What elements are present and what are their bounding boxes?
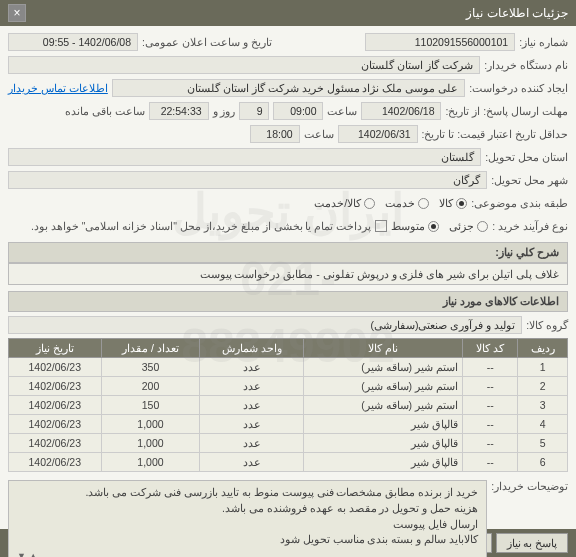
province-label: استان محل تحویل:	[485, 151, 568, 163]
radio-mid[interactable]: متوسط	[391, 220, 439, 233]
validity-label: حداقل تاریخ اعتبار قیمت: تا تاریخ:	[422, 128, 568, 140]
table-row[interactable]: 1--استم شیر (ساقه شیر)عدد3501402/06/23	[9, 358, 568, 377]
requester-field: علی موسی ملک نژاد مسئول خرید شرکت گاز اس…	[112, 79, 465, 97]
group-label: گروه کالا:	[526, 319, 568, 331]
table-row[interactable]: 2--استم شیر (ساقه شیر)عدد2001402/06/23	[9, 377, 568, 396]
goods-table: ردیف کد کالا نام کالا واحد شمارش تعداد /…	[8, 338, 568, 472]
window-header: جزئیات اطلاعات نیاز ×	[0, 0, 576, 26]
radio-both[interactable]: کالا/خدمت	[314, 197, 375, 210]
radio-low[interactable]: جزئی	[449, 220, 488, 233]
radio-service[interactable]: خدمت	[385, 197, 429, 210]
province-field: گلستان	[8, 148, 481, 166]
deadline-time: 09:00	[273, 102, 323, 120]
notes-label: توضیحات خریدار:	[491, 476, 568, 492]
validity-time: 18:00	[250, 125, 300, 143]
validity-date: 1402/06/31	[338, 125, 418, 143]
th-date: تاریخ نیاز	[9, 339, 102, 358]
th-code: کد کالا	[462, 339, 517, 358]
radio-goods[interactable]: کالا	[439, 197, 467, 210]
buyer-label: نام دستگاه خریدار:	[484, 59, 568, 71]
th-unit: واحد شمارش	[200, 339, 304, 358]
chevron-down-icon[interactable]: ▼	[17, 551, 26, 557]
deadline-date: 1402/06/18	[361, 102, 441, 120]
main-content: شماره نیاز: 1102091556000101 تاریخ و ساع…	[0, 26, 576, 557]
th-name: نام کالا	[303, 339, 462, 358]
buyer-field: شرکت گاز استان گلستان	[8, 56, 480, 74]
summary-text: غلاف پلی اتیلن برای شیر های فلزی و درپوش…	[8, 263, 568, 285]
note-line: ارسال فایل پیوست	[17, 517, 478, 533]
need-no-label: شماره نیاز:	[519, 36, 568, 48]
pay-checkbox[interactable]	[375, 220, 387, 232]
close-icon[interactable]: ×	[8, 4, 26, 22]
note-line: هزینه حمل و تحویل در مقصد به عهده فروشند…	[17, 501, 478, 517]
th-qty: تعداد / مقدار	[101, 339, 200, 358]
category-radio-group: کالا خدمت کالا/خدمت	[314, 197, 467, 210]
process-label: نوع فرآیند خرید :	[492, 220, 568, 232]
chevron-up-icon[interactable]: ▲	[29, 551, 38, 557]
need-no-field: 1102091556000101	[365, 33, 515, 51]
table-header-row: ردیف کد کالا نام کالا واحد شمارش تعداد /…	[9, 339, 568, 358]
requester-label: ایجاد کننده درخواست:	[469, 82, 568, 94]
table-row[interactable]: 4--قالپاق شیرعدد1,0001402/06/23	[9, 415, 568, 434]
note-line: خرید از برنده مطابق مشخصات فنی پیوست منو…	[17, 485, 478, 501]
city-label: شهر محل تحویل:	[491, 174, 568, 186]
table-row[interactable]: 6--قالپاق شیرعدد1,0001402/06/23	[9, 453, 568, 472]
notes-box: خرید از برنده مطابق مشخصات فنی پیوست منو…	[8, 480, 487, 557]
days-field: 9	[239, 102, 269, 120]
window-title: جزئیات اطلاعات نیاز	[466, 6, 568, 20]
city-field: گرگان	[8, 171, 487, 189]
group-field: تولید و فرآوری صنعتی(سفارشی)	[8, 316, 522, 334]
deadline-label: مهلت ارسال پاسخ: از تاریخ:	[445, 105, 568, 117]
pay-note: پرداخت تمام یا بخشی از مبلغ خرید،از محل …	[31, 220, 371, 232]
note-line: کالاباید سالم و بسته بندی مناسب تحویل شو…	[17, 532, 478, 548]
announce-field: 1402/06/08 - 09:55	[8, 33, 138, 51]
process-radio-group: جزئی متوسط	[391, 220, 488, 233]
summary-title: شرح کلي نياز:	[8, 242, 568, 263]
remaining-time: 22:54:33	[149, 102, 209, 120]
th-row: ردیف	[518, 339, 568, 358]
contact-link[interactable]: اطلاعات تماس خریدار	[8, 82, 108, 94]
category-label: طبقه بندی موضوعی:	[471, 197, 568, 209]
table-row[interactable]: 3--استم شیر (ساقه شیر)عدد1501402/06/23	[9, 396, 568, 415]
announce-label: تاریخ و ساعت اعلان عمومی:	[142, 36, 272, 48]
goods-title: اطلاعات کالاهای مورد نیاز	[8, 291, 568, 312]
table-row[interactable]: 5--قالپاق شیرعدد1,0001402/06/23	[9, 434, 568, 453]
